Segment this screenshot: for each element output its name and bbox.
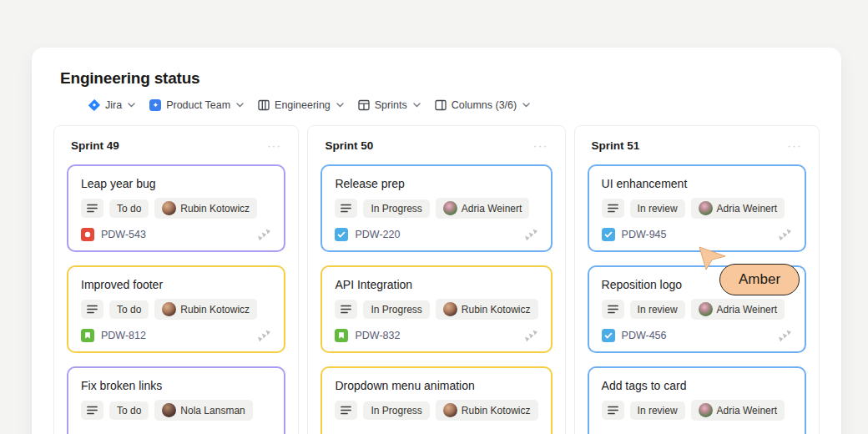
document-panel: Engineering status Jira ✦ Product Team bbox=[32, 48, 841, 434]
description-chip[interactable] bbox=[81, 300, 103, 319]
column-menu-button[interactable]: ··· bbox=[788, 142, 803, 150]
task-card[interactable]: API Integration In Progress Rubin Kotowi… bbox=[320, 265, 552, 353]
assignee-chip[interactable]: Adria Weinert bbox=[436, 198, 529, 219]
task-card[interactable]: Release prep In Progress Adria Weinert bbox=[320, 164, 552, 252]
ticket-type-icon bbox=[81, 430, 94, 434]
status-chip[interactable]: In review bbox=[630, 401, 685, 420]
card-properties: In review Adria Weinert bbox=[602, 400, 792, 421]
card-properties: In review Adria Weinert bbox=[602, 198, 792, 219]
text-lines-icon bbox=[341, 305, 351, 314]
chevron-down-icon bbox=[413, 103, 421, 108]
sync-arrows-icon bbox=[778, 330, 792, 342]
card-properties: To do Rubin Kotowicz bbox=[81, 198, 271, 219]
toolbar-item-engineering[interactable]: Engineering bbox=[258, 99, 344, 111]
card-title: Dropdown menu animation bbox=[335, 379, 537, 392]
assignee-chip[interactable]: Adria Weinert bbox=[691, 198, 785, 219]
assignee-name: Adria Weinert bbox=[717, 405, 777, 416]
toolbar-item-sprints[interactable]: Sprints bbox=[358, 99, 421, 111]
ticket-type-icon bbox=[602, 228, 615, 241]
column-header: Sprint 51 ··· bbox=[588, 134, 806, 152]
task-card[interactable]: Fix broken links To do Nola Lansman bbox=[67, 366, 285, 434]
status-chip[interactable]: In review bbox=[630, 199, 685, 218]
task-card[interactable]: Add tags to card In review Adria Weinert bbox=[588, 366, 806, 434]
chevron-down-icon bbox=[236, 103, 244, 108]
ticket-link[interactable]: PDW-945 bbox=[622, 229, 667, 240]
status-chip[interactable]: In Progress bbox=[363, 401, 429, 420]
avatar bbox=[699, 403, 713, 417]
jira-logo-icon bbox=[88, 99, 100, 111]
status-chip[interactable]: To do bbox=[109, 199, 149, 218]
description-chip[interactable] bbox=[335, 300, 357, 319]
status-chip[interactable]: To do bbox=[109, 401, 149, 420]
status-chip[interactable]: In Progress bbox=[363, 199, 429, 218]
card-properties: To do Nola Lansman bbox=[81, 400, 271, 421]
card-footer bbox=[81, 430, 271, 434]
task-card[interactable]: Leap year bug To do Rubin Kotowicz bbox=[67, 164, 285, 252]
card-title: Add tags to card bbox=[602, 379, 792, 392]
ticket-type-icon bbox=[335, 430, 348, 434]
text-lines-icon bbox=[341, 204, 351, 213]
column-header: Sprint 49 ··· bbox=[67, 134, 285, 152]
toolbar-item-columns[interactable]: Columns (3/6) bbox=[435, 99, 531, 111]
task-card[interactable]: Dropdown menu animation In Progress Rubi… bbox=[320, 366, 552, 434]
toolbar-item-jira[interactable]: Jira bbox=[88, 99, 135, 111]
description-chip[interactable] bbox=[81, 401, 103, 420]
assignee-chip[interactable]: Nola Lansman bbox=[154, 400, 252, 421]
ticket-link[interactable]: PDW-543 bbox=[101, 229, 146, 240]
text-lines-icon bbox=[87, 406, 98, 415]
ticket-link[interactable]: PDW-456 bbox=[622, 330, 667, 341]
board-column-sprint-49: Sprint 49 ··· Leap year bug To do Rubin … bbox=[53, 125, 299, 434]
description-chip[interactable] bbox=[602, 199, 624, 218]
toolbar-item-label: Product Team bbox=[166, 99, 230, 111]
assignee-name: Adria Weinert bbox=[717, 304, 777, 315]
task-card[interactable]: UI enhancement In review Adria Weinert bbox=[588, 164, 806, 252]
ticket-type-icon bbox=[81, 329, 94, 342]
column-title: Sprint 51 bbox=[592, 139, 640, 152]
description-chip[interactable] bbox=[81, 199, 103, 218]
page-title: Engineering status bbox=[60, 69, 813, 88]
column-title: Sprint 50 bbox=[325, 139, 373, 152]
description-chip[interactable] bbox=[335, 401, 357, 420]
text-lines-icon bbox=[87, 204, 98, 213]
assignee-name: Adria Weinert bbox=[717, 203, 777, 214]
ticket-link[interactable]: PDW-832 bbox=[355, 330, 400, 341]
card-footer: PDW-456 bbox=[602, 329, 792, 342]
chevron-down-icon bbox=[128, 103, 135, 108]
text-lines-icon bbox=[341, 406, 351, 415]
status-chip[interactable]: To do bbox=[109, 300, 149, 319]
card-footer bbox=[602, 430, 792, 434]
card-footer: PDW-812 bbox=[81, 329, 271, 342]
assignee-chip[interactable]: Rubin Kotowicz bbox=[154, 198, 257, 219]
column-menu-button[interactable]: ··· bbox=[533, 142, 548, 150]
table-icon bbox=[358, 99, 370, 111]
text-lines-icon bbox=[87, 305, 98, 314]
card-footer: PDW-945 bbox=[602, 228, 792, 241]
ticket-link[interactable]: PDW-812 bbox=[101, 330, 146, 341]
toolbar-item-product-team[interactable]: ✦ Product Team bbox=[149, 99, 244, 111]
assignee-chip[interactable]: Rubin Kotowicz bbox=[436, 299, 538, 320]
status-chip[interactable]: In review bbox=[630, 300, 685, 319]
assignee-name: Nola Lansman bbox=[180, 405, 245, 416]
assignee-name: Adria Weinert bbox=[462, 203, 522, 214]
avatar bbox=[443, 403, 457, 417]
card-footer: PDW-832 bbox=[335, 329, 537, 342]
assignee-chip[interactable]: Adria Weinert bbox=[691, 400, 785, 421]
description-chip[interactable] bbox=[602, 401, 624, 420]
status-chip[interactable]: In Progress bbox=[363, 300, 429, 319]
column-title: Sprint 49 bbox=[71, 139, 119, 152]
description-chip[interactable] bbox=[335, 199, 357, 218]
avatar bbox=[162, 302, 176, 316]
assignee-chip[interactable]: Adria Weinert bbox=[691, 299, 785, 320]
card-title: Release prep bbox=[335, 177, 537, 190]
card-footer bbox=[335, 430, 537, 434]
ticket-type-icon bbox=[602, 430, 615, 434]
app-window: Engineering status Jira ✦ Product Team bbox=[0, 0, 868, 434]
ticket-link[interactable]: PDW-220 bbox=[355, 229, 400, 240]
toolbar-item-label: Jira bbox=[105, 99, 122, 111]
column-menu-button[interactable]: ··· bbox=[267, 142, 282, 150]
description-chip[interactable] bbox=[602, 300, 624, 319]
assignee-chip[interactable]: Rubin Kotowicz bbox=[436, 400, 538, 421]
assignee-chip[interactable]: Rubin Kotowicz bbox=[154, 299, 257, 320]
kanban-board: Sprint 49 ··· Leap year bug To do Rubin … bbox=[53, 125, 820, 434]
task-card[interactable]: Improved footer To do Rubin Kotowicz bbox=[67, 265, 285, 353]
